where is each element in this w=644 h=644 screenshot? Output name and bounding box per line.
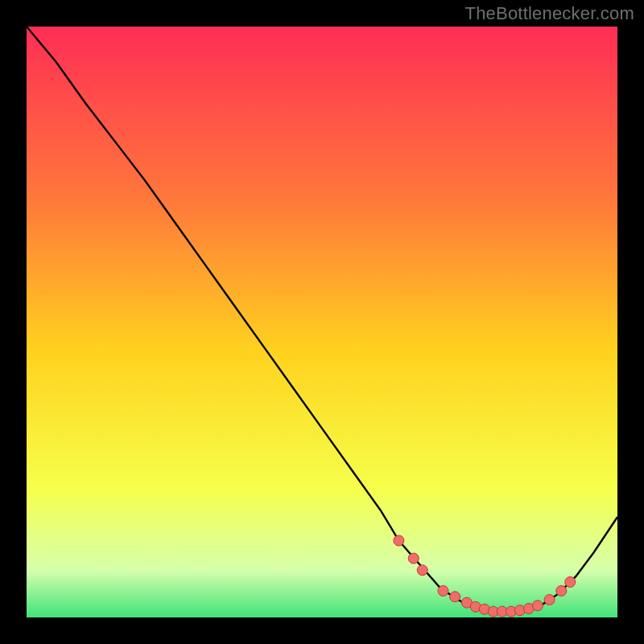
curve-dot — [544, 594, 555, 605]
curve-dot — [417, 565, 427, 576]
curve-dot — [408, 553, 419, 564]
curve-dot — [450, 592, 460, 602]
curve-dot — [394, 535, 404, 546]
curve-dot — [438, 585, 448, 596]
watermark-text: TheBottlenecker.com — [465, 3, 634, 24]
chart-svg — [27, 27, 617, 617]
plot-area — [27, 27, 617, 617]
chart-frame: TheBottlenecker.com — [0, 0, 644, 644]
gradient-background — [27, 27, 617, 617]
curve-dot — [556, 585, 567, 596]
curve-dot — [565, 576, 576, 587]
curve-dot — [532, 601, 543, 611]
